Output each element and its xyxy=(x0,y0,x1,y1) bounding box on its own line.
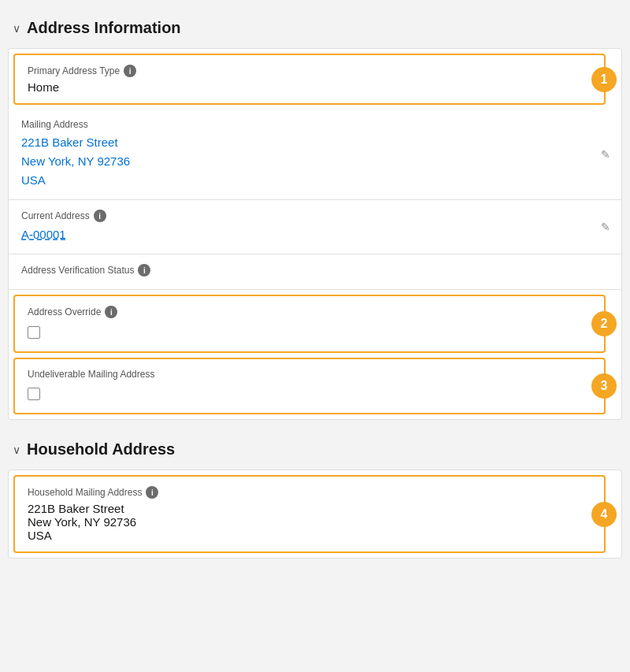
household-mailing-info-icon[interactable]: i xyxy=(146,486,158,499)
household-address-content: Household Mailing Address i 221B Baker S… xyxy=(8,470,622,559)
current-address-field: Current Address i A-00001 ✎ xyxy=(9,200,621,254)
undeliverable-mailing-field: Undeliverable Mailing Address xyxy=(13,358,606,414)
primary-address-type-label: Primary Address Type i xyxy=(28,65,565,77)
address-override-checkbox[interactable] xyxy=(28,326,40,339)
undeliverable-mailing-label: Undeliverable Mailing Address xyxy=(28,369,565,380)
primary-address-type-field: Primary Address Type i Home xyxy=(13,54,606,105)
current-address-label: Current Address i xyxy=(21,210,590,222)
household-mailing-line3: USA xyxy=(28,529,565,542)
address-verification-info-icon[interactable]: i xyxy=(138,264,150,277)
address-verification-status-label: Address Verification Status i xyxy=(21,264,582,277)
mailing-address-label: Mailing Address xyxy=(21,119,590,130)
household-mailing-line1: 221B Baker Street xyxy=(28,502,565,515)
household-mailing-line2: New York, NY 92736 xyxy=(28,515,565,529)
current-address-edit-icon[interactable]: ✎ xyxy=(601,221,610,233)
mailing-address-edit-icon[interactable]: ✎ xyxy=(601,148,610,161)
mailing-address-field: Mailing Address 221B Baker Street New Yo… xyxy=(9,110,621,200)
household-mailing-label: Household Mailing Address i xyxy=(28,486,565,499)
address-verification-status-field: Address Verification Status i xyxy=(9,254,621,290)
household-address-chevron-icon[interactable]: ∨ xyxy=(13,444,20,456)
badge-2: 2 xyxy=(591,311,617,336)
household-address-section: ∨ Household Address Household Mailing Ad… xyxy=(8,429,622,559)
mailing-address-line1: 221B Baker Street xyxy=(21,133,590,152)
current-address-info-icon[interactable]: i xyxy=(94,210,106,222)
household-address-header[interactable]: ∨ Household Address xyxy=(8,429,622,470)
address-override-wrapper: Address Override i 2 xyxy=(13,295,606,353)
address-info-header[interactable]: ∨ Address Information xyxy=(8,8,622,48)
page-container: ∨ Address Information Primary Address Ty… xyxy=(0,0,630,576)
primary-address-type-wrapper: Primary Address Type i Home 1 xyxy=(13,54,606,105)
address-override-label: Address Override i xyxy=(28,306,565,318)
primary-address-type-value: Home xyxy=(28,80,565,94)
undeliverable-mailing-checkbox[interactable] xyxy=(28,388,40,400)
address-override-info-icon[interactable]: i xyxy=(105,306,117,318)
household-address-title: Household Address xyxy=(27,440,175,459)
address-info-title: Address Information xyxy=(27,19,181,37)
primary-address-type-info-icon[interactable]: i xyxy=(124,65,136,77)
address-information-section: ∨ Address Information Primary Address Ty… xyxy=(8,8,622,420)
address-override-field: Address Override i xyxy=(13,295,606,353)
badge-3: 3 xyxy=(591,373,617,399)
undeliverable-mailing-wrapper: Undeliverable Mailing Address 3 xyxy=(13,358,606,414)
household-mailing-field: Household Mailing Address i 221B Baker S… xyxy=(13,475,606,553)
badge-1: 1 xyxy=(591,67,617,92)
current-address-value[interactable]: A-00001 xyxy=(21,225,590,244)
mailing-address-line2: New York, NY 92736 xyxy=(21,152,590,171)
mailing-address-line3: USA xyxy=(21,171,590,190)
address-info-chevron-icon[interactable]: ∨ xyxy=(13,22,20,35)
household-mailing-wrapper: Household Mailing Address i 221B Baker S… xyxy=(13,475,606,553)
address-info-content: Primary Address Type i Home 1 Mailing Ad… xyxy=(8,48,622,420)
badge-4: 4 xyxy=(591,502,617,527)
